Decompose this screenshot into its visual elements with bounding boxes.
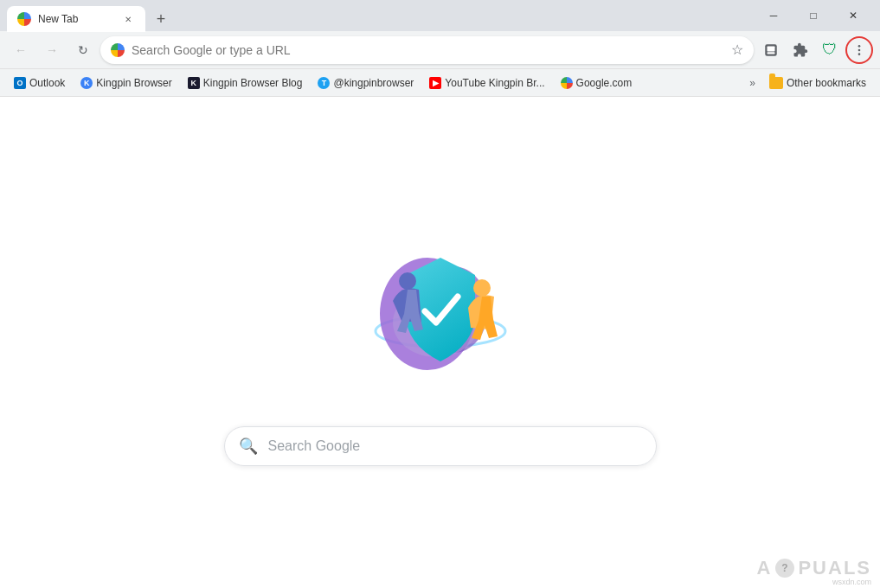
back-button[interactable]: ←: [7, 36, 35, 64]
reload-button[interactable]: ↻: [69, 36, 97, 64]
bookmark-outlook[interactable]: O Outlook: [7, 74, 72, 92]
tab-close-button[interactable]: ✕: [121, 12, 135, 26]
svg-rect-2: [768, 52, 775, 54]
tab-title: New Tab: [38, 13, 114, 25]
tab-favicon: [17, 12, 31, 26]
profile-icon-btn[interactable]: [757, 36, 785, 64]
bookmark-google[interactable]: Google.com: [554, 74, 639, 92]
forward-button[interactable]: →: [38, 36, 66, 64]
shield-icon: 🛡: [822, 41, 838, 59]
kingpin-favicon: K: [80, 77, 93, 89]
address-bar: ← → ↻ Search Google or type a URL ☆ 🛡: [0, 31, 880, 69]
watermark: A ? PUALS: [757, 557, 871, 579]
bookmark-star-icon[interactable]: ☆: [731, 42, 743, 58]
svg-point-11: [473, 279, 491, 297]
close-button[interactable]: ✕: [833, 0, 873, 31]
url-text: Search Google or type a URL: [132, 43, 724, 57]
search-icon: 🔍: [239, 437, 258, 456]
shield-illustration: [354, 219, 527, 392]
svg-point-4: [858, 48, 861, 51]
url-input[interactable]: Search Google or type a URL ☆: [100, 36, 754, 64]
bookmarks-bar: O Outlook K Kingpin Browser K Kingpin Br…: [0, 69, 880, 97]
google-favicon: [561, 77, 573, 89]
bookmark-kingpin-blog[interactable]: K Kingpin Browser Blog: [181, 74, 310, 92]
minimize-button[interactable]: ─: [754, 0, 793, 31]
active-tab[interactable]: New Tab ✕: [7, 6, 145, 32]
tab-area: New Tab ✕ +: [7, 0, 754, 31]
youtube-favicon: ▶: [429, 77, 441, 89]
outlook-favicon: O: [14, 77, 26, 89]
folder-icon: [769, 77, 783, 89]
bookmark-twitter[interactable]: T @kingpinbrowser: [311, 74, 421, 92]
svg-point-10: [399, 272, 416, 290]
other-bookmarks-button[interactable]: Other bookmarks: [762, 74, 873, 92]
svg-rect-1: [768, 46, 775, 51]
maximize-button[interactable]: □: [793, 0, 833, 31]
wsxdn-watermark: wsxdn.com: [832, 578, 871, 586]
new-tab-button[interactable]: +: [149, 7, 173, 31]
kingpin-blog-favicon: K: [188, 77, 200, 89]
svg-point-3: [858, 45, 861, 48]
main-content: 🔍 Search Google A ? PUALS wsxdn.com: [0, 97, 880, 588]
window-controls: ─ □ ✕: [754, 0, 873, 31]
search-box[interactable]: 🔍 Search Google: [224, 426, 657, 466]
bookmarks-more-button[interactable]: »: [744, 74, 761, 92]
toolbar-icons: 🛡: [757, 36, 873, 64]
twitter-favicon: T: [318, 77, 330, 89]
url-favicon: [111, 43, 125, 57]
menu-dots-button[interactable]: [845, 36, 873, 64]
bookmark-kingpin-browser[interactable]: K Kingpin Browser: [74, 74, 178, 92]
bookmark-youtube[interactable]: ▶ YouTube Kingpin Br...: [422, 74, 551, 92]
svg-point-5: [858, 53, 861, 55]
extensions-icon-btn[interactable]: [787, 36, 814, 64]
search-placeholder: Search Google: [268, 438, 361, 454]
title-bar: New Tab ✕ + ─ □ ✕: [0, 0, 880, 31]
other-bookmarks-label: Other bookmarks: [787, 77, 866, 89]
shield-security-icon-btn[interactable]: 🛡: [816, 36, 844, 64]
